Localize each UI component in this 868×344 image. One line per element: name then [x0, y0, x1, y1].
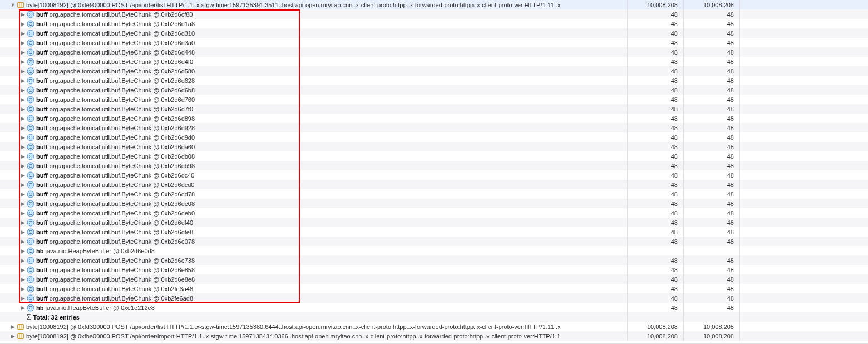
- tree-row-child[interactable]: ▶Cbuff org.apache.tomcat.util.buf.ByteCh…: [0, 227, 868, 237]
- shallow-size: 10,008,208: [628, 323, 683, 330]
- heap-tree[interactable]: ▼byte[10008192] @ 0xfe900000 POST /api/o…: [0, 0, 868, 344]
- tree-row-child[interactable]: ▶Cbuff org.apache.tomcat.util.buf.ByteCh…: [0, 218, 868, 227]
- svg-text:C: C: [29, 220, 33, 225]
- expander-closed-icon[interactable]: ▶: [20, 144, 26, 150]
- expander-closed-icon[interactable]: ▶: [20, 239, 26, 244]
- expander-closed-icon[interactable]: ▶: [20, 154, 26, 159]
- expander-closed-icon[interactable]: ▶: [20, 182, 26, 188]
- retained-size: 48: [684, 125, 739, 131]
- tree-row-child[interactable]: ▶Cbuff org.apache.tomcat.util.buf.ByteCh…: [0, 265, 868, 274]
- expander-closed-icon[interactable]: ▶: [10, 333, 16, 339]
- expander-open-icon[interactable]: ▼: [10, 2, 16, 8]
- tree-row-child[interactable]: ▶Cbuff org.apache.tomcat.util.buf.ByteCh…: [0, 199, 868, 208]
- class-icon: C: [27, 190, 34, 198]
- expander-closed-icon[interactable]: ▶: [20, 210, 26, 216]
- retained-size: 48: [684, 134, 739, 141]
- object-label: buff org.apache.tomcat.util.buf.ByteChun…: [36, 87, 195, 94]
- tree-row-child[interactable]: ▶Cbuff org.apache.tomcat.util.buf.ByteCh…: [0, 76, 868, 85]
- expander-closed-icon[interactable]: ▶: [20, 12, 26, 17]
- tree-row-sibling[interactable]: ▶byte[10008192] @ 0xfba00000 POST /api/o…: [0, 331, 868, 341]
- tree-row-child[interactable]: ▶Cbuff org.apache.tomcat.util.buf.ByteCh…: [0, 255, 868, 265]
- tree-row-child[interactable]: ▶Chb java.nio.HeapByteBuffer @ 0xe1e212e…: [0, 303, 868, 312]
- tree-row-child[interactable]: ▶Cbuff org.apache.tomcat.util.buf.ByteCh…: [0, 151, 868, 161]
- expander-closed-icon[interactable]: ▶: [20, 267, 26, 273]
- tree-row-child[interactable]: ▶Cbuff org.apache.tomcat.util.buf.ByteCh…: [0, 19, 868, 28]
- tree-row-child[interactable]: ▶Cbuff org.apache.tomcat.util.buf.ByteCh…: [0, 114, 868, 123]
- tree-row-child[interactable]: ▶Cbuff org.apache.tomcat.util.buf.ByteCh…: [0, 293, 868, 303]
- expander-closed-icon[interactable]: ▶: [20, 87, 26, 93]
- expander-closed-icon[interactable]: ▶: [20, 68, 26, 74]
- tree-row-child[interactable]: ▶Cbuff org.apache.tomcat.util.buf.ByteCh…: [0, 142, 868, 151]
- retained-size: 48: [684, 144, 739, 150]
- tree-row-child[interactable]: ▶Cbuff org.apache.tomcat.util.buf.ByteCh…: [0, 284, 868, 293]
- retained-size: 48: [684, 267, 739, 273]
- expander-closed-icon[interactable]: ▶: [20, 97, 26, 102]
- expander-closed-icon[interactable]: ▶: [20, 305, 26, 311]
- tree-row-sibling[interactable]: ▶byte[10008192] @ 0xfd300000 POST /api/o…: [0, 322, 868, 331]
- expander-closed-icon[interactable]: ▶: [20, 191, 26, 197]
- expander-closed-icon[interactable]: ▶: [10, 324, 16, 330]
- tree-row-child[interactable]: ▶Cbuff org.apache.tomcat.util.buf.ByteCh…: [0, 237, 868, 246]
- shallow-size: 48: [628, 238, 683, 245]
- tree-row-child[interactable]: ▶Cbuff org.apache.tomcat.util.buf.ByteCh…: [0, 85, 868, 95]
- expander-closed-icon[interactable]: ▶: [20, 296, 26, 301]
- expander-closed-icon[interactable]: ▶: [20, 173, 26, 178]
- tree-row-child[interactable]: ▶Cbuff org.apache.tomcat.util.buf.ByteCh…: [0, 123, 868, 132]
- tree-row-child[interactable]: ▶Cbuff org.apache.tomcat.util.buf.ByteCh…: [0, 132, 868, 142]
- expander-closed-icon[interactable]: ▶: [20, 40, 26, 46]
- shallow-size: 48: [628, 40, 683, 46]
- class-icon: C: [27, 153, 34, 160]
- class-icon: C: [27, 266, 34, 274]
- object-label: buff org.apache.tomcat.util.buf.ByteChun…: [36, 181, 195, 188]
- class-icon: C: [27, 219, 34, 227]
- tree-row-child[interactable]: ▶Cbuff org.apache.tomcat.util.buf.ByteCh…: [0, 57, 868, 66]
- tree-row-child[interactable]: ▶Cbuff org.apache.tomcat.util.buf.ByteCh…: [0, 170, 868, 180]
- shallow-size: 48: [628, 276, 683, 283]
- tree-row-child[interactable]: ▶Cbuff org.apache.tomcat.util.buf.ByteCh…: [0, 66, 868, 76]
- expander-closed-icon[interactable]: ▶: [20, 59, 26, 65]
- object-label: buff org.apache.tomcat.util.buf.ByteChun…: [36, 77, 195, 84]
- shallow-size: 48: [628, 304, 683, 311]
- svg-text:C: C: [29, 305, 33, 311]
- tree-row-child[interactable]: ▶Cbuff org.apache.tomcat.util.buf.ByteCh…: [0, 180, 868, 189]
- tree-row-child[interactable]: ▶Cbuff org.apache.tomcat.util.buf.ByteCh…: [0, 274, 868, 284]
- expander-closed-icon[interactable]: ▶: [20, 220, 26, 225]
- tree-row-child[interactable]: ▶Cbuff org.apache.tomcat.util.buf.ByteCh…: [0, 189, 868, 199]
- expander-closed-icon[interactable]: ▶: [20, 286, 26, 292]
- svg-text:C: C: [29, 277, 33, 282]
- tree-row-child[interactable]: ▶Cbuff org.apache.tomcat.util.buf.ByteCh…: [0, 208, 868, 218]
- expander-closed-icon[interactable]: ▶: [20, 116, 26, 121]
- expander-closed-icon[interactable]: ▶: [20, 163, 26, 169]
- expander-closed-icon[interactable]: ▶: [20, 248, 26, 254]
- expander-closed-icon[interactable]: ▶: [20, 135, 26, 140]
- expander-closed-icon[interactable]: ▶: [20, 258, 26, 263]
- tree-row-child[interactable]: ▶Cbuff org.apache.tomcat.util.buf.ByteCh…: [0, 9, 868, 19]
- tree-row-child[interactable]: ▶Cbuff org.apache.tomcat.util.buf.ByteCh…: [0, 104, 868, 114]
- tree-row-child[interactable]: ▶Cbuff org.apache.tomcat.util.buf.ByteCh…: [0, 161, 868, 170]
- shallow-size: 48: [628, 96, 683, 103]
- expander-closed-icon[interactable]: ▶: [20, 31, 26, 36]
- tree-row-child[interactable]: ▶Cbuff org.apache.tomcat.util.buf.ByteCh…: [0, 95, 868, 104]
- class-icon: C: [27, 285, 34, 293]
- svg-text:C: C: [29, 191, 33, 197]
- expander-closed-icon[interactable]: ▶: [20, 78, 26, 83]
- shallow-size: 48: [628, 172, 683, 179]
- tree-row-child[interactable]: ▶Cbuff org.apache.tomcat.util.buf.ByteCh…: [0, 47, 868, 57]
- tree-row-child[interactable]: ▶Cbuff org.apache.tomcat.util.buf.ByteCh…: [0, 28, 868, 38]
- expander-closed-icon[interactable]: ▶: [20, 106, 26, 112]
- expander-closed-icon[interactable]: ▶: [20, 201, 26, 207]
- retained-size: 48: [684, 238, 739, 245]
- tree-row-parent[interactable]: ▼byte[10008192] @ 0xfe900000 POST /api/o…: [0, 0, 868, 9]
- shallow-size: 48: [628, 68, 683, 75]
- expander-closed-icon[interactable]: ▶: [20, 229, 26, 235]
- tree-row-child[interactable]: ▶Chb java.nio.HeapByteBuffer @ 0xb2d6e0d…: [0, 246, 868, 255]
- tree-row-child[interactable]: ▶Cbuff org.apache.tomcat.util.buf.ByteCh…: [0, 38, 868, 47]
- object-label: buff org.apache.tomcat.util.buf.ByteChun…: [36, 125, 195, 131]
- svg-text:C: C: [29, 296, 33, 301]
- svg-text:C: C: [29, 97, 33, 102]
- expander-closed-icon[interactable]: ▶: [20, 277, 26, 282]
- object-label: buff org.apache.tomcat.util.buf.ByteChun…: [36, 257, 195, 264]
- expander-closed-icon[interactable]: ▶: [20, 50, 26, 55]
- expander-closed-icon[interactable]: ▶: [20, 125, 26, 131]
- expander-closed-icon[interactable]: ▶: [20, 21, 26, 27]
